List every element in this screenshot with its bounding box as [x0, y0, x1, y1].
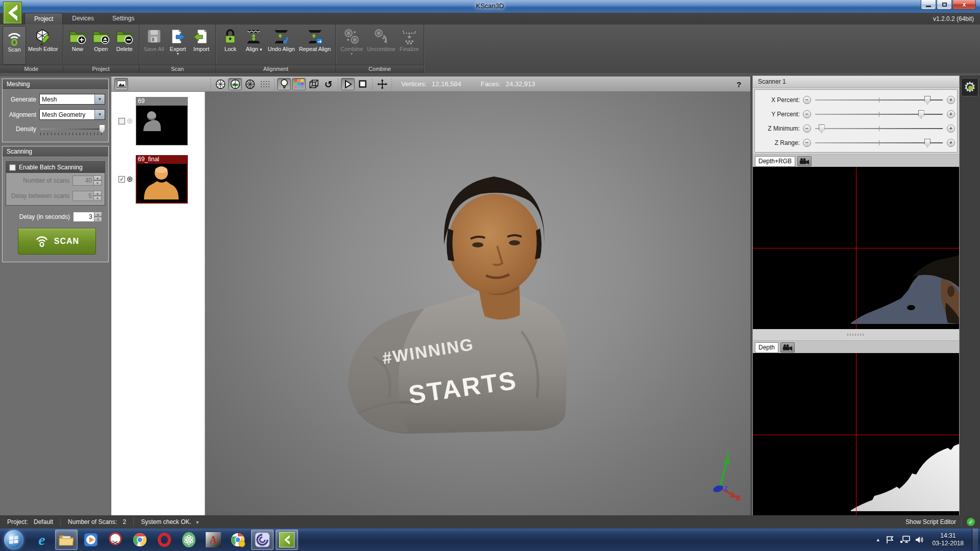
title-bar[interactable]: KScan3D x: [0, 0, 980, 13]
scan-69-checkbox[interactable]: [118, 118, 125, 124]
scan-list-item-69-final[interactable]: ✓ ⊛ 69_final: [111, 155, 205, 208]
density-slider-handle[interactable]: [99, 124, 105, 133]
scan-list-panel[interactable]: ⊛ 69 ✓ ⊛ 69_final: [111, 92, 205, 515]
taskbar-chrome-profile-icon[interactable]: [227, 530, 249, 550]
scan-69-final-thumbnail[interactable]: 69_final: [136, 155, 188, 204]
num-scans-down-icon[interactable]: ▼: [94, 181, 102, 186]
num-scans-up-icon[interactable]: ▲: [94, 176, 102, 181]
taskbar-chrome-icon[interactable]: [129, 530, 151, 550]
system-check-caret-icon[interactable]: ▾: [196, 519, 199, 525]
delay-seconds-spinner[interactable]: 3 ▲▼: [73, 212, 102, 222]
density-slider[interactable]: [39, 124, 105, 138]
show-desktop-button[interactable]: [972, 529, 978, 551]
scan-list-item-69[interactable]: ⊛ 69: [111, 97, 205, 148]
import-button[interactable]: Import: [189, 26, 213, 65]
play-button[interactable]: [341, 78, 355, 90]
undo-align-button[interactable]: Undo Align: [265, 26, 297, 65]
textured-mesh-button[interactable]: [228, 78, 242, 90]
scan-button[interactable]: SCAN: [18, 228, 96, 255]
taskbar-autocad-icon[interactable]: A: [202, 530, 225, 550]
y-percent-handle[interactable]: [918, 110, 924, 119]
depth-view[interactable]: [753, 353, 959, 516]
kscan3d-logo-icon[interactable]: [3, 2, 22, 24]
status-system-check[interactable]: System check OK. ▾: [134, 518, 206, 526]
y-percent-minus-button[interactable]: −: [803, 110, 811, 118]
taskbar-media-player-icon[interactable]: [80, 530, 102, 550]
flat-mesh-button[interactable]: [243, 78, 257, 90]
delay-seconds-value[interactable]: 3: [73, 212, 94, 222]
align-button[interactable]: Align ▾: [242, 26, 265, 65]
depth-rgb-view[interactable]: [753, 167, 959, 329]
delay-between-value[interactable]: 5: [72, 191, 94, 201]
camera-toggle-button-2[interactable]: [780, 342, 795, 353]
restore-button[interactable]: [937, 0, 952, 10]
taskbar-bittorrent-icon[interactable]: [251, 530, 274, 550]
volume-icon[interactable]: [915, 536, 924, 544]
taskbar-snipping-tool-icon[interactable]: ✂: [104, 530, 127, 550]
lock-button[interactable]: Lock: [218, 26, 242, 65]
pan-button[interactable]: [375, 78, 389, 90]
x-percent-plus-button[interactable]: +: [947, 96, 955, 104]
scan-mode-button[interactable]: Scan: [3, 26, 26, 65]
z-range-slider[interactable]: [815, 138, 943, 148]
script-editor-check-icon[interactable]: ✓: [967, 518, 975, 526]
combine-button[interactable]: Combine ▾: [338, 26, 365, 65]
delay-down-icon[interactable]: ▼: [94, 217, 102, 222]
tab-depth-rgb[interactable]: Depth+RGB: [755, 156, 795, 167]
scan-69-thumbnail[interactable]: 69: [136, 97, 188, 145]
settings-gear-button[interactable]: ⚙: [961, 78, 978, 96]
alignment-dropdown-icon[interactable]: ▼: [94, 110, 105, 119]
generate-dropdown-icon[interactable]: ▼: [94, 94, 105, 104]
camera-toggle-button[interactable]: [797, 156, 812, 166]
light-toggle-button[interactable]: [277, 78, 291, 90]
delete-project-button[interactable]: Delete: [113, 26, 136, 65]
tab-depth[interactable]: Depth: [755, 342, 778, 353]
alignment-select[interactable]: Mesh Geometry ▼: [39, 109, 105, 120]
x-percent-slider[interactable]: [815, 95, 943, 105]
reset-view-button[interactable]: ↺: [322, 78, 335, 90]
stop-button[interactable]: [356, 78, 370, 90]
export-button[interactable]: Export ▾: [166, 26, 189, 65]
y-percent-slider[interactable]: [815, 109, 943, 119]
wireframe-mesh-button[interactable]: [213, 78, 227, 90]
finalize-button[interactable]: Finalize: [398, 26, 421, 65]
num-scans-value[interactable]: 40: [72, 176, 94, 186]
batch-scanning-checkbox[interactable]: [9, 164, 16, 171]
uncombine-button[interactable]: Uncombine: [365, 26, 398, 65]
y-percent-plus-button[interactable]: +: [947, 110, 955, 118]
delay-up-icon[interactable]: ▲: [94, 212, 102, 217]
x-percent-handle[interactable]: [924, 96, 930, 105]
scan-69-final-checkbox[interactable]: ✓: [118, 176, 125, 183]
thumbnail-view-button[interactable]: [114, 78, 128, 90]
point-cloud-button[interactable]: [258, 78, 272, 90]
tab-settings[interactable]: Settings: [103, 13, 143, 24]
tab-devices[interactable]: Devices: [63, 13, 103, 24]
mesh-editor-button[interactable]: Mesh Editor: [26, 26, 60, 65]
action-center-flag-icon[interactable]: [886, 536, 895, 544]
z-range-plus-button[interactable]: +: [947, 139, 955, 147]
clock[interactable]: 14:31 03-12-2018: [933, 532, 964, 547]
repeat-align-button[interactable]: Repeat Align: [297, 26, 333, 65]
bounding-box-button[interactable]: [307, 78, 321, 90]
network-icon[interactable]: [900, 536, 910, 544]
z-minimum-handle[interactable]: [819, 124, 825, 133]
view-splitter[interactable]: [753, 329, 959, 340]
taskbar-internet-explorer-icon[interactable]: e: [31, 530, 53, 550]
z-range-handle[interactable]: [924, 139, 930, 147]
align-dropdown-caret[interactable]: ▾: [260, 47, 262, 52]
color-mode-button[interactable]: [292, 78, 306, 90]
new-project-button[interactable]: New: [66, 26, 89, 65]
tray-expand-icon[interactable]: ▲: [876, 537, 880, 542]
tab-project[interactable]: Project: [24, 13, 63, 24]
x-percent-minus-button[interactable]: −: [803, 96, 811, 104]
delay-between-down-icon[interactable]: ▼: [94, 196, 102, 201]
taskbar-atom-app-icon[interactable]: [178, 530, 200, 550]
close-button[interactable]: x: [952, 0, 976, 10]
main-3d-viewport[interactable]: #WINNING STARTS Y X Z: [205, 92, 750, 515]
save-all-button[interactable]: Save All: [142, 26, 166, 65]
taskbar-file-explorer-icon[interactable]: [55, 530, 78, 550]
generate-select[interactable]: Mesh ▼: [39, 94, 105, 105]
start-button[interactable]: [4, 530, 23, 549]
export-dropdown-caret[interactable]: ▾: [177, 52, 179, 57]
minimize-button[interactable]: [921, 0, 936, 10]
